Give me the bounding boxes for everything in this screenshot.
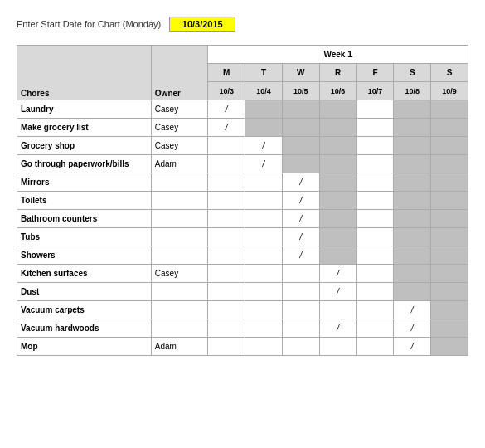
table-row: MopAdam/ bbox=[17, 338, 468, 356]
chore-cell bbox=[431, 210, 468, 228]
chore-cell bbox=[319, 210, 356, 228]
chore-cell bbox=[356, 338, 394, 356]
day-header: S bbox=[394, 64, 431, 82]
chore-cell bbox=[282, 283, 319, 301]
chore-cell bbox=[356, 155, 394, 173]
chore-owner: Adam bbox=[151, 155, 207, 173]
week-header: Week 1 bbox=[208, 46, 468, 64]
chore-cell: / bbox=[394, 319, 431, 338]
table-row: Go through paperwork/billsAdam/ bbox=[17, 155, 468, 173]
chore-cell bbox=[208, 301, 245, 319]
chore-cell: / bbox=[282, 210, 319, 228]
chore-name: Dust bbox=[17, 283, 152, 301]
date-header: 10/8 bbox=[394, 82, 431, 100]
chore-cell bbox=[356, 301, 394, 319]
chores-table: Chores Owner Week 1 MTWRFSS 10/310/410/5… bbox=[17, 45, 468, 356]
chore-owner: Casey bbox=[151, 119, 207, 137]
chore-owner: Adam bbox=[151, 338, 207, 356]
chore-cell bbox=[208, 338, 245, 356]
day-header: F bbox=[356, 64, 394, 82]
chore-cell: / bbox=[319, 283, 356, 301]
chore-name: Make grocery list bbox=[17, 119, 152, 137]
date-header: 10/4 bbox=[245, 82, 283, 100]
date-header: 10/6 bbox=[319, 82, 356, 100]
chore-name: Laundry bbox=[17, 100, 152, 119]
chore-cell: / bbox=[319, 265, 356, 283]
date-header: 10/9 bbox=[431, 82, 468, 100]
chore-owner bbox=[151, 173, 207, 192]
chore-cell: / bbox=[282, 246, 319, 265]
chore-cell bbox=[394, 155, 431, 173]
chore-cell bbox=[208, 228, 245, 246]
chore-cell bbox=[245, 265, 283, 283]
chore-name: Grocery shop bbox=[17, 137, 152, 155]
chore-cell bbox=[245, 246, 283, 265]
col-header-owner: Owner bbox=[151, 46, 207, 100]
table-row: LaundryCasey/ bbox=[17, 100, 468, 119]
day-header: R bbox=[319, 64, 356, 82]
chore-cell bbox=[208, 246, 245, 265]
chore-owner bbox=[151, 210, 207, 228]
chore-owner bbox=[151, 319, 207, 338]
chore-cell bbox=[319, 301, 356, 319]
chore-owner: Casey bbox=[151, 100, 207, 119]
chore-cell bbox=[356, 228, 394, 246]
table-row: Kitchen surfacesCasey/ bbox=[17, 265, 468, 283]
header: Enter Start Date for Chart (Monday) 10/3… bbox=[17, 17, 468, 32]
chore-cell bbox=[431, 283, 468, 301]
chore-cell bbox=[319, 192, 356, 210]
chore-name: Go through paperwork/bills bbox=[17, 155, 152, 173]
chore-cell bbox=[356, 265, 394, 283]
chore-cell: / bbox=[208, 100, 245, 119]
chore-cell bbox=[356, 100, 394, 119]
chore-cell bbox=[394, 173, 431, 192]
start-date[interactable]: 10/3/2015 bbox=[169, 17, 235, 32]
table-row: Toilets/ bbox=[17, 192, 468, 210]
chore-cell bbox=[245, 173, 283, 192]
chore-cell bbox=[282, 100, 319, 119]
chore-owner bbox=[151, 301, 207, 319]
chore-cell bbox=[394, 246, 431, 265]
col-header-chores: Chores bbox=[17, 46, 152, 100]
table-row: Tubs/ bbox=[17, 228, 468, 246]
table-row: Grocery shopCasey/ bbox=[17, 137, 468, 155]
chore-cell bbox=[208, 319, 245, 338]
day-header: M bbox=[208, 64, 245, 82]
chore-cell bbox=[282, 155, 319, 173]
chore-cell bbox=[356, 210, 394, 228]
chore-cell bbox=[319, 119, 356, 137]
chore-cell bbox=[356, 192, 394, 210]
chore-cell bbox=[394, 192, 431, 210]
chore-cell bbox=[245, 338, 283, 356]
table-row: Vacuum hardwoods// bbox=[17, 319, 468, 338]
chore-name: Tubs bbox=[17, 228, 152, 246]
chore-cell bbox=[356, 119, 394, 137]
chore-cell bbox=[319, 137, 356, 155]
chore-cell: / bbox=[282, 228, 319, 246]
chore-cell bbox=[245, 283, 283, 301]
chore-cell bbox=[208, 265, 245, 283]
chore-cell bbox=[319, 338, 356, 356]
chore-cell bbox=[394, 210, 431, 228]
table-row: Dust/ bbox=[17, 283, 468, 301]
chore-name: Showers bbox=[17, 246, 152, 265]
chore-cell bbox=[356, 283, 394, 301]
chore-cell bbox=[431, 100, 468, 119]
table-row: Mirrors/ bbox=[17, 173, 468, 192]
chore-cell bbox=[431, 119, 468, 137]
day-header: W bbox=[282, 64, 319, 82]
chore-name: Mop bbox=[17, 338, 152, 356]
chore-cell bbox=[431, 192, 468, 210]
chore-cell bbox=[319, 246, 356, 265]
chore-owner bbox=[151, 246, 207, 265]
chore-cell bbox=[356, 246, 394, 265]
chore-owner: Casey bbox=[151, 137, 207, 155]
table-row: Bathroom counters/ bbox=[17, 210, 468, 228]
chore-cell bbox=[431, 228, 468, 246]
chore-cell bbox=[319, 173, 356, 192]
chore-cell bbox=[282, 319, 319, 338]
chore-cell bbox=[245, 210, 283, 228]
chore-cell bbox=[356, 319, 394, 338]
day-header: T bbox=[245, 64, 283, 82]
date-header: 10/3 bbox=[208, 82, 245, 100]
